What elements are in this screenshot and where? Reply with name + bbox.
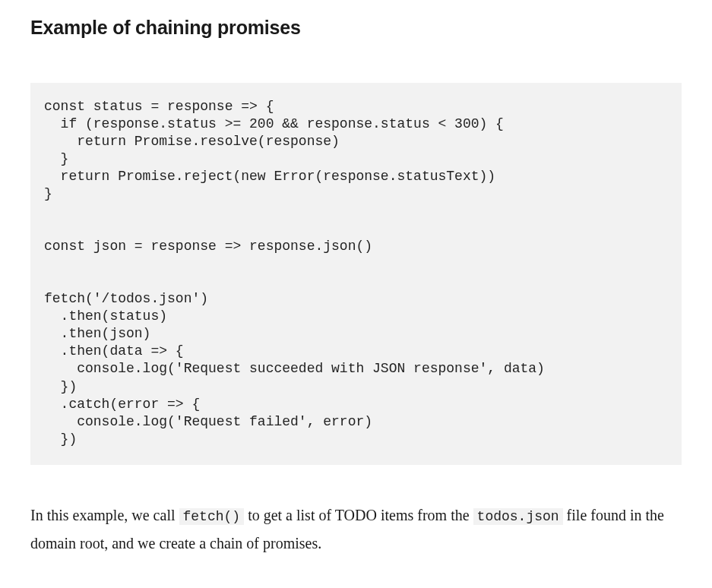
code-block: const status = response => { if (respons… (30, 83, 682, 465)
paragraph-text: In this example, we call (30, 507, 179, 523)
paragraph-text: to get a list of TODO items from the (244, 507, 473, 523)
section-heading: Example of chaining promises (30, 17, 682, 39)
explanation-paragraph: In this example, we call fetch() to get … (30, 501, 682, 558)
inline-code-fetch: fetch() (179, 508, 245, 525)
inline-code-filename: todos.json (473, 508, 563, 525)
